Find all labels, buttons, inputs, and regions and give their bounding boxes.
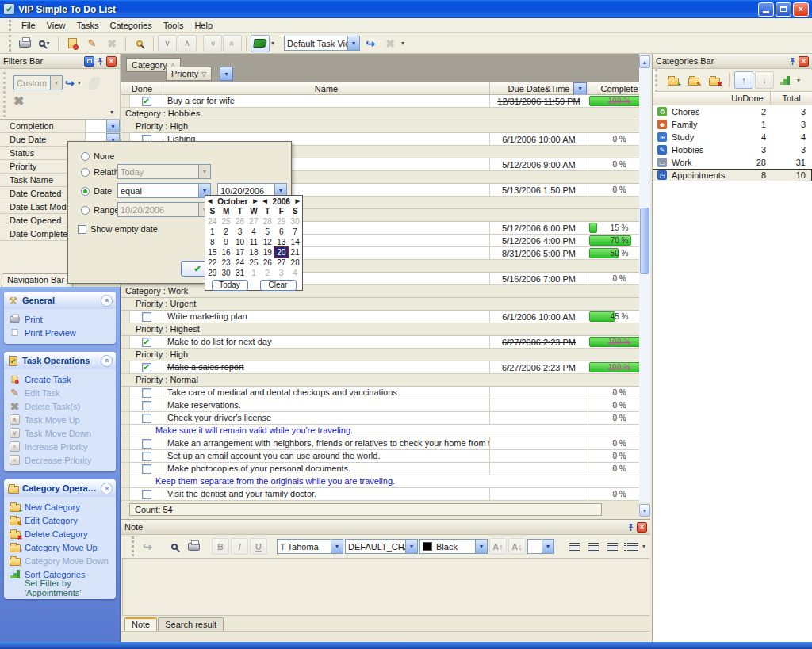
nav-item-new-category[interactable]: +New Category (9, 500, 114, 513)
done-checkbox[interactable]: ✔ (142, 338, 151, 347)
done-checkbox[interactable]: ✔ (142, 97, 151, 106)
priority-group-row[interactable]: Priority : Urgent (121, 298, 650, 311)
priority-group-row[interactable]: Priority : Highest (121, 323, 650, 336)
new-category-button[interactable]: + (664, 71, 683, 89)
nav-item-delete-category[interactable]: ✖Delete Category (9, 527, 114, 540)
note-print-button[interactable] (185, 538, 202, 555)
calendar-day-1[interactable]: 1 (247, 268, 260, 278)
calendar-day-29[interactable]: 29 (274, 216, 288, 227)
delete-task-button[interactable]: ✖ (102, 35, 121, 52)
menu-categories[interactable]: Categories (105, 19, 158, 32)
calendar-day-15[interactable]: 15 (205, 247, 219, 258)
done-cell[interactable]: ✔ (130, 361, 163, 373)
calendar-day-2[interactable]: 2 (219, 227, 232, 237)
restore-button[interactable] (776, 2, 791, 17)
calendar-day-29[interactable]: 29 (205, 268, 219, 278)
collapse-chevron-icon[interactable]: « (101, 355, 113, 367)
task-row[interactable]: Make reservations.0 % (121, 399, 650, 412)
calendar-day-4[interactable]: 4 (288, 268, 301, 278)
calendar-day-25[interactable]: 25 (247, 258, 260, 268)
clear-filter-button[interactable]: ✖ (381, 35, 400, 52)
view-dropdown-icon[interactable]: ▾ (271, 40, 274, 47)
done-checkbox[interactable] (142, 401, 151, 410)
nav-item-print[interactable]: Print (9, 312, 114, 326)
done-cell[interactable] (130, 412, 163, 424)
calendar-day-3[interactable]: 3 (274, 268, 288, 278)
note-import-button[interactable]: ↪ (139, 538, 156, 555)
align-left-button[interactable] (565, 538, 583, 555)
category-row-hobbies[interactable]: ✎Hobbies33 (653, 143, 812, 156)
calendar-day-16[interactable]: 16 (219, 247, 232, 258)
increase-font-button[interactable]: A↑ (489, 538, 507, 555)
task-row[interactable]: Write marketing plan6/1/2006 10:00 AM45 … (121, 311, 650, 323)
done-cell[interactable] (130, 311, 163, 323)
find-task-button[interactable] (130, 35, 149, 52)
done-checkbox[interactable] (142, 388, 151, 398)
scroll-up-button[interactable]: ▲ (639, 55, 650, 68)
calendar-day-14[interactable]: 14 (288, 237, 301, 247)
view-mode-button[interactable] (251, 35, 270, 52)
calendar-day-12[interactable]: 12 (261, 237, 274, 247)
calendar-day-20[interactable]: 20 (274, 247, 288, 258)
category-group-row[interactable]: Category : Hobbies (121, 108, 650, 120)
task-row[interactable]: ✔Make to do list for next day6/27/2006 2… (121, 336, 650, 349)
import-button[interactable]: ↪ (361, 35, 380, 52)
calendar-day-4[interactable]: 4 (247, 227, 260, 237)
calendar-day-9[interactable]: 9 (219, 237, 232, 247)
charset-combo[interactable]: DEFAULT_CHAR▾ (345, 539, 418, 554)
nav-item-print-preview[interactable]: Print Preview (9, 326, 114, 339)
combo-date[interactable]: equal▾ (117, 183, 211, 198)
tab-note[interactable]: Note (124, 617, 157, 631)
nav-group-header[interactable]: ✔Task Operations« (4, 352, 116, 369)
calendar-day-10[interactable]: 10 (233, 237, 247, 247)
calendar-day-11[interactable]: 11 (247, 237, 260, 247)
radio-none[interactable] (81, 152, 90, 161)
close-note-button[interactable]: × (637, 522, 647, 533)
menu-tasks[interactable]: Tasks (71, 19, 104, 32)
decrease-font-button[interactable]: A↓ (508, 538, 526, 555)
clear-all-filters-icon[interactable]: ✖ (13, 94, 24, 109)
float-panel-button[interactable] (84, 56, 94, 67)
pin-icon[interactable] (788, 57, 797, 66)
vertical-scrollbar[interactable]: ▲ ▼ (639, 54, 650, 502)
done-checkbox[interactable] (142, 439, 151, 449)
size-combo[interactable]: ▾ (527, 539, 554, 554)
navigation-bar-tab[interactable]: Navigation Bar (2, 273, 73, 287)
task-row[interactable]: Make an arrangement with neighbors, frie… (121, 437, 650, 450)
calendar-day-22[interactable]: 22 (205, 258, 219, 268)
menu-view[interactable]: View (41, 19, 71, 32)
bullet-list-button[interactable] (622, 538, 640, 555)
task-row[interactable]: Make photocopies of your personal docume… (121, 463, 650, 475)
calendar-day-31[interactable]: 31 (233, 268, 247, 278)
done-cell[interactable] (130, 463, 163, 475)
done-checkbox[interactable] (142, 464, 151, 474)
done-cell[interactable] (130, 450, 163, 462)
task-row[interactable]: ✔Buy a car for wife12/31/2006 11:59 PM10… (121, 95, 650, 108)
category-row-appointments[interactable]: ◷Appointments810 (653, 169, 812, 181)
move-down-button[interactable]: ∨ (158, 35, 177, 52)
edit-task-button[interactable]: ✎ (82, 35, 102, 52)
note-preview-button[interactable] (166, 538, 183, 555)
nav-item-edit-task[interactable]: ✎Edit Task (9, 386, 114, 399)
calendar-day-24[interactable]: 24 (205, 216, 219, 227)
close-panel-button[interactable]: × (106, 56, 117, 67)
prev-month-icon[interactable]: ◀ (208, 198, 212, 204)
category-row-chores[interactable]: ♻Chores23 (653, 105, 812, 118)
move-bottom-button[interactable]: « (203, 35, 222, 52)
close-categories-button[interactable]: × (799, 56, 809, 67)
task-row[interactable]: Set up an email account you can use arou… (121, 450, 650, 463)
column-due[interactable]: Due Date&Time▾ (490, 82, 588, 94)
color-combo[interactable]: Black▾ (419, 539, 488, 554)
task-row[interactable]: Visit the dentist and your family doctor… (121, 488, 650, 501)
done-checkbox[interactable]: ✔ (142, 363, 151, 372)
combo-arrow-icon[interactable]: ▾ (198, 165, 210, 178)
combo-relative[interactable]: Today▾ (117, 164, 211, 179)
priority-group-row[interactable]: Priority : High (121, 120, 650, 133)
calendar-clear-button[interactable]: Clear (260, 280, 297, 291)
group-by-priority-button[interactable]: Priority ▽ (166, 67, 212, 81)
pin-icon[interactable] (626, 523, 635, 532)
calendar-day-1[interactable]: 1 (205, 227, 219, 237)
nav-item-delete-task-s-[interactable]: ✖Delete Task(s) (9, 399, 114, 413)
calendar-day-26[interactable]: 26 (261, 258, 274, 268)
calendar-day-26[interactable]: 26 (233, 216, 247, 227)
